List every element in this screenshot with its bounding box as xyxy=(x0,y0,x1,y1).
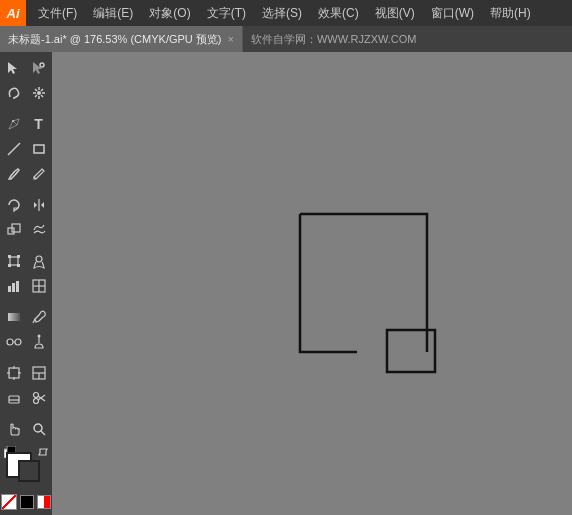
artboard-tool[interactable] xyxy=(2,361,26,385)
scale-tool[interactable] xyxy=(2,218,26,242)
svg-rect-23 xyxy=(8,264,11,267)
live-paint-tool[interactable] xyxy=(27,330,51,354)
none-color-btn[interactable] xyxy=(1,494,17,510)
menu-effect[interactable]: 效果(C) xyxy=(310,0,367,26)
canvas-area xyxy=(52,52,572,515)
slice-tool[interactable] xyxy=(27,361,51,385)
svg-rect-32 xyxy=(8,313,20,321)
selection-tool[interactable] xyxy=(2,56,26,80)
svg-line-8 xyxy=(41,95,43,97)
magic-wand-tool[interactable] xyxy=(27,81,51,105)
menu-help[interactable]: 帮助(H) xyxy=(482,0,539,26)
svg-point-35 xyxy=(15,339,21,345)
warp-tool[interactable] xyxy=(27,218,51,242)
svg-point-2 xyxy=(40,63,44,67)
svg-point-12 xyxy=(12,120,14,122)
swap-colors-icon[interactable] xyxy=(38,446,48,456)
app-logo: Ai xyxy=(0,0,26,26)
type-tool[interactable]: T xyxy=(27,112,51,136)
menu-edit[interactable]: 编辑(E) xyxy=(85,0,141,26)
pen-tool[interactable] xyxy=(2,112,26,136)
menu-text[interactable]: 文字(T) xyxy=(199,0,254,26)
tool-row-10 xyxy=(0,305,52,329)
menu-bar: Ai 文件(F) 编辑(E) 对象(O) 文字(T) 选择(S) 效果(C) 视… xyxy=(0,0,572,26)
svg-rect-26 xyxy=(8,286,11,292)
blend-tool[interactable] xyxy=(2,330,26,354)
tab-close-button[interactable]: × xyxy=(228,33,234,45)
type-icon: T xyxy=(34,116,43,132)
svg-rect-14 xyxy=(34,145,44,153)
eyedropper-tool[interactable] xyxy=(27,305,51,329)
gradient-tool[interactable] xyxy=(2,305,26,329)
svg-point-25 xyxy=(36,256,42,262)
tool-row-5 xyxy=(0,162,52,186)
tool-row-12 xyxy=(0,361,52,385)
svg-line-51 xyxy=(38,395,45,400)
svg-line-13 xyxy=(8,143,20,155)
svg-point-49 xyxy=(33,399,38,404)
svg-marker-17 xyxy=(41,202,44,208)
svg-rect-28 xyxy=(16,281,19,292)
tool-row-2 xyxy=(0,81,52,105)
black-color-btn[interactable] xyxy=(20,495,34,509)
tool-row-11 xyxy=(0,330,52,354)
svg-line-9 xyxy=(41,89,43,91)
canvas-svg xyxy=(52,52,572,515)
svg-line-50 xyxy=(38,396,45,401)
stroke-swatch[interactable] xyxy=(18,460,40,482)
tool-row-9 xyxy=(0,274,52,298)
svg-line-7 xyxy=(35,89,37,91)
menu-object[interactable]: 对象(O) xyxy=(141,0,198,26)
svg-marker-0 xyxy=(8,62,17,74)
tool-row-8 xyxy=(0,249,52,273)
canvas-content xyxy=(52,52,572,515)
svg-rect-22 xyxy=(17,255,20,258)
svg-rect-27 xyxy=(12,283,15,292)
menu-view[interactable]: 视图(V) xyxy=(367,0,423,26)
svg-line-33 xyxy=(33,319,35,323)
toolbar: T xyxy=(0,52,52,515)
menu-select[interactable]: 选择(S) xyxy=(254,0,310,26)
fill-stroke-area xyxy=(4,446,48,490)
svg-marker-16 xyxy=(34,202,37,208)
svg-rect-21 xyxy=(8,255,11,258)
svg-point-52 xyxy=(34,424,42,432)
tab-watermark: 软件自学网：WWW.RJZXW.COM xyxy=(251,32,417,47)
toolbar-bottom xyxy=(1,442,51,514)
svg-rect-24 xyxy=(17,264,20,267)
free-transform-tool[interactable] xyxy=(2,249,26,273)
rectangle-tool[interactable] xyxy=(27,137,51,161)
svg-point-48 xyxy=(33,393,38,398)
scissors-tool[interactable] xyxy=(27,386,51,410)
tool-row-7 xyxy=(0,218,52,242)
tool-row-13 xyxy=(0,386,52,410)
zoom-tool[interactable] xyxy=(27,417,51,441)
lasso-tool[interactable] xyxy=(2,81,26,105)
gradient-color-btn[interactable] xyxy=(37,495,51,509)
paintbrush-tool[interactable] xyxy=(2,162,26,186)
menu-file[interactable]: 文件(F) xyxy=(30,0,85,26)
tab-bar: 未标题-1.ai* @ 176.53% (CMYK/GPU 预览) × 软件自学… xyxy=(0,26,572,52)
rotate-tool[interactable] xyxy=(2,193,26,217)
mesh-tool[interactable] xyxy=(27,274,51,298)
column-graph-tool[interactable] xyxy=(2,274,26,298)
svg-rect-38 xyxy=(9,368,19,378)
document-tab[interactable]: 未标题-1.ai* @ 176.53% (CMYK/GPU 预览) × xyxy=(0,26,243,52)
reflect-tool[interactable] xyxy=(27,193,51,217)
tool-row-4 xyxy=(0,137,52,161)
tool-row-1 xyxy=(0,56,52,80)
svg-point-11 xyxy=(37,91,41,95)
eraser-tool[interactable] xyxy=(2,386,26,410)
svg-line-10 xyxy=(35,95,37,97)
menu-window[interactable]: 窗口(W) xyxy=(423,0,482,26)
symbol-sprayer-tool[interactable] xyxy=(27,249,51,273)
line-tool[interactable] xyxy=(2,137,26,161)
svg-rect-20 xyxy=(10,257,18,265)
pencil-tool[interactable] xyxy=(27,162,51,186)
tab-title: 未标题-1.ai* @ 176.53% (CMYK/GPU 预览) xyxy=(8,32,222,47)
menu-items: 文件(F) 编辑(E) 对象(O) 文字(T) 选择(S) 效果(C) 视图(V… xyxy=(26,0,543,26)
direct-selection-tool[interactable] xyxy=(27,56,51,80)
svg-point-37 xyxy=(37,335,40,338)
svg-point-34 xyxy=(7,339,13,345)
hand-tool[interactable] xyxy=(2,417,26,441)
